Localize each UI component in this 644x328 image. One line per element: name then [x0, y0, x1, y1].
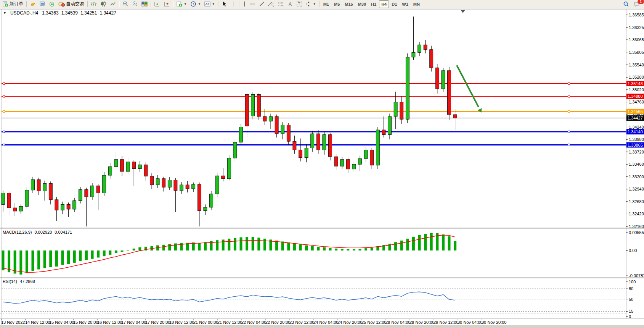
tab-timeframe-m30[interactable]: M30: [356, 0, 368, 8]
horizontal-line-tool-button[interactable]: [248, 0, 257, 8]
price-axis-label: 1.32680: [629, 199, 644, 204]
line-handle[interactable]: [568, 82, 570, 84]
tab-timeframe-m1[interactable]: M1: [321, 0, 331, 8]
candle: [43, 183, 47, 191]
candle: [19, 206, 22, 211]
time-axis-label: 21 Nov 00:00: [193, 320, 218, 325]
price-chart[interactable]: 1.365851.363251.360651.358051.355401.352…: [0, 0, 644, 328]
market-watch-button[interactable]: [28, 0, 37, 8]
candle: [156, 179, 159, 185]
indicators-button[interactable]: [153, 0, 162, 8]
time-axis-label: 18 Nov 12:00: [169, 320, 194, 325]
search-button[interactable]: [622, 0, 631, 8]
zoom-in-button[interactable]: [121, 0, 130, 8]
candle: [13, 208, 17, 211]
zoom-out-icon: [132, 1, 138, 7]
zoom-in-icon: [122, 1, 128, 7]
tab-timeframe-m5[interactable]: M5: [332, 0, 342, 8]
line-handle[interactable]: [3, 110, 5, 112]
candle: [138, 165, 141, 168]
line-handle[interactable]: [568, 95, 570, 97]
time-axis-label: 25 Nov 12:00: [361, 320, 386, 325]
tab-timeframe-d1[interactable]: D1: [389, 0, 399, 8]
crosshair-tool-button[interactable]: [229, 0, 238, 8]
line-handle[interactable]: [3, 82, 5, 84]
tab-timeframe-h1[interactable]: H1: [369, 0, 379, 8]
macd-indicator-label: MACD(12,26,9) 0.002920 0.004171: [3, 230, 72, 234]
rsi-indicator-label: RSI(14) 47.2868: [3, 279, 35, 284]
candle: [73, 200, 76, 209]
line-handle[interactable]: [3, 144, 5, 146]
clock-icon: [190, 1, 196, 7]
line-handle[interactable]: [3, 131, 5, 133]
line-handle[interactable]: [3, 95, 5, 97]
candle: [245, 94, 249, 126]
tab-timeframe-w1[interactable]: W1: [400, 0, 411, 8]
signals-button[interactable]: [47, 0, 56, 8]
price-axis-label: 1.35540: [629, 63, 644, 67]
time-axis-label: 15 Nov 04:00: [49, 320, 74, 325]
candle: [299, 150, 302, 158]
autotrading-button[interactable]: 自动交易: [57, 0, 86, 8]
rsi-axis-label: 50: [629, 297, 633, 302]
objects-button[interactable]: [162, 0, 171, 8]
candle: [91, 186, 94, 197]
candle: [108, 167, 112, 176]
template-button[interactable]: ▼: [203, 0, 217, 8]
period-button[interactable]: ▼: [189, 0, 202, 8]
text-label-tool-button[interactable]: T: [295, 0, 304, 8]
fibonacci-tool-button[interactable]: F: [276, 0, 286, 8]
trendline-tool-button[interactable]: [257, 0, 266, 8]
candle: [126, 162, 130, 171]
line-chart-type-button[interactable]: [108, 0, 117, 8]
candle: [180, 185, 183, 191]
price-axis-label: 1.33200: [629, 175, 644, 179]
tab-timeframe-mn[interactable]: MN: [411, 0, 422, 8]
tile-windows-button[interactable]: [140, 0, 149, 8]
cursor-tool-button[interactable]: [220, 0, 228, 8]
candle: [388, 116, 392, 135]
arrows-tool-button[interactable]: ▼: [304, 0, 318, 8]
candle: [215, 176, 219, 194]
candlestick-chart-type-button[interactable]: [99, 0, 108, 8]
tab-timeframe-h4[interactable]: H4: [379, 0, 389, 8]
tab-timeframe-m15[interactable]: M15: [342, 0, 355, 8]
candle: [61, 204, 64, 210]
notifications-button[interactable]: 1: [632, 0, 642, 8]
toolbar-separator: [87, 1, 88, 7]
price-axis-label: 1.36065: [629, 37, 644, 42]
zoom-out-button[interactable]: [130, 0, 140, 8]
bar-chart-type-button[interactable]: [89, 0, 98, 8]
time-axis-label: 15 Nov 20:00: [73, 320, 98, 325]
symbol-dropdown-icon[interactable]: ▼: [3, 11, 6, 15]
line-handle[interactable]: [568, 110, 570, 112]
new-chart-button[interactable]: ▼: [175, 0, 188, 8]
toolbar: 新订单 自动交易: [0, 0, 644, 8]
fibonacci-icon: F: [278, 1, 284, 7]
candle: [25, 190, 29, 207]
new-order-button[interactable]: 新订单: [1, 0, 25, 8]
candle: [316, 134, 320, 150]
template-icon: [204, 1, 210, 7]
autotrading-icon: [58, 1, 65, 7]
macd-axis-label: -0.007879: [629, 273, 644, 278]
price-axis-label: 1.33460: [629, 162, 644, 166]
line-handle[interactable]: [568, 131, 570, 133]
vertical-line-tool-button[interactable]: [241, 0, 248, 8]
time-axis-label: 24 Nov 04:00: [313, 320, 338, 325]
candle: [114, 160, 118, 167]
trendline-icon: [259, 1, 265, 7]
price-axis-label: 1.33980: [629, 137, 644, 142]
search-icon: [623, 1, 629, 7]
price-tag-label: 1.34140: [628, 129, 643, 134]
candle: [263, 116, 267, 121]
line-handle[interactable]: [568, 144, 570, 146]
text-tool-button[interactable]: A: [286, 0, 294, 8]
candle: [400, 102, 403, 119]
terminal-button[interactable]: [38, 0, 47, 8]
autotrading-label: 自动交易: [66, 1, 84, 7]
candle: [370, 150, 374, 165]
time-axis-label: 13 Nov 2022: [1, 320, 25, 325]
candle: [305, 148, 308, 158]
channel-tool-button[interactable]: E: [267, 0, 276, 8]
